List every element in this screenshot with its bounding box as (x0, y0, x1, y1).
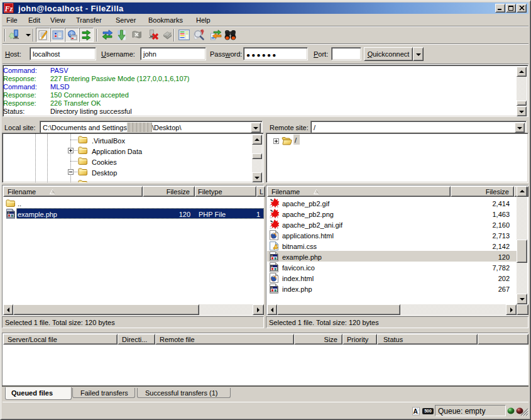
svg-text:A: A (413, 408, 418, 415)
svg-text:Fz: Fz (4, 4, 13, 13)
